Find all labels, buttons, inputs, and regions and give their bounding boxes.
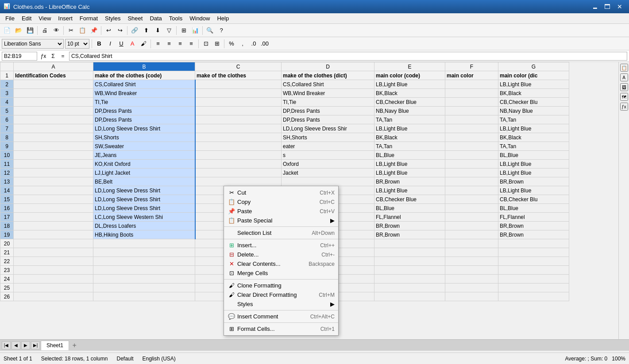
cell-e20[interactable] [374,239,445,248]
cell-d8[interactable]: SH,Shorts [282,133,374,142]
cell-f13[interactable] [445,177,498,186]
cell-d10[interactable]: s [282,151,374,160]
table-row[interactable]: 13BE,BeltBR,BrownBR,Brown [0,177,569,186]
cell-b15[interactable]: LD,Long Sleeve Dress Shirt [93,195,195,204]
cell-e2[interactable]: LB,Light Blue [374,80,445,89]
cell-g13[interactable]: BR,Brown [498,177,569,186]
cell-g15[interactable]: CB,Checker Blu [498,195,569,204]
cell-f9[interactable] [445,142,498,151]
cell-b26[interactable] [93,292,195,301]
row-header-21[interactable]: 21 [0,248,14,257]
cell-g19[interactable]: BR,Brown [498,230,569,239]
cell-f19[interactable] [445,230,498,239]
row-header-24[interactable]: 24 [0,275,14,284]
cell-d11[interactable]: Oxford [282,160,374,169]
cell-c7[interactable] [195,124,282,133]
cell-b19[interactable]: HB,Hiking Boots [93,230,195,239]
table-row[interactable]: 4TI,TieTI,TieCB,Checker BlueCB,Checker B… [0,98,569,107]
cell-b16[interactable]: LD,Long Sleeve Dress Shirt [93,204,195,213]
row-header-25[interactable]: 25 [0,284,14,292]
sheet-nav-prev[interactable]: ◀ [12,341,20,349]
ctx-clear-contents[interactable]: ✕ Clear Contents... Backspace [224,259,338,268]
highlight-button[interactable]: 🖌 [139,39,148,49]
cell-b5[interactable]: DP,Dress Pants [93,107,195,115]
cell-e15[interactable]: CB,Checker Blue [374,195,445,204]
cell-g16[interactable]: BL,Blue [498,204,569,213]
ctx-paste[interactable]: 📌 Paste Ctrl+V [224,207,338,216]
cell-c11[interactable] [195,160,282,169]
cell-b11[interactable]: KO,Knit Oxford [93,160,195,169]
sheet-nav-next[interactable]: ▶ [21,341,30,349]
table-row[interactable]: 2CS,Collared ShirtCS,Collared ShirtLB,Li… [0,80,569,89]
row-header-23[interactable]: 23 [0,266,14,275]
cell-reference-box[interactable] [2,52,37,61]
menu-window[interactable]: Window [186,14,213,23]
cell-g7[interactable]: LB,Light Blue [498,124,569,133]
cell-b24[interactable] [93,275,195,284]
col-header-c[interactable]: C [195,62,282,71]
align-left-button[interactable]: ≡ [153,39,163,49]
cell-d13[interactable] [282,177,374,186]
cell-f14[interactable] [445,186,498,195]
close-button[interactable]: ✕ [614,2,625,11]
ctx-selection-list[interactable]: Selection List Alt+Down [224,228,338,238]
sidebar-properties-btn[interactable]: 📋 [620,64,628,72]
font-size-select[interactable]: 10 pt [65,39,89,49]
row-header-20[interactable]: 20 [0,239,14,248]
font-name-select[interactable]: Liberation Sans [2,39,64,49]
cell-c2[interactable] [195,80,282,89]
cell-f16[interactable] [445,204,498,213]
copy-button[interactable]: 📋 [77,25,88,36]
print-button[interactable]: 🖨 [39,25,50,36]
cell-g3[interactable]: BK,Black [498,89,569,98]
decimal-dec-button[interactable]: .00 [260,39,270,49]
cell-g9[interactable]: TA,Tan [498,142,569,151]
cell-b12[interactable]: LJ,Light Jacket [93,169,195,177]
undo-button[interactable]: ↩ [103,25,114,36]
row-header-2[interactable]: 2 [0,80,14,89]
ctx-insert[interactable]: ⊞ Insert... Ctrl++ [224,241,338,250]
cell-f2[interactable] [445,80,498,89]
row-header-10[interactable]: 10 [0,151,14,160]
menu-sheet[interactable]: Sheet [124,14,146,23]
cell-f21[interactable] [445,248,498,257]
cell-b3[interactable]: WB,Wind Breaker [93,89,195,98]
menu-help[interactable]: Help [213,14,232,23]
cell-f23[interactable] [445,266,498,275]
cell-g25[interactable] [498,284,569,292]
thousands-button[interactable]: , [238,39,247,49]
cell-b20[interactable] [93,239,195,248]
sum-icon[interactable]: Σ [49,52,58,61]
row-header-3[interactable]: 3 [0,89,14,98]
help-button[interactable]: ? [216,25,227,36]
row-header-13[interactable]: 13 [0,177,14,186]
cell-d7[interactable]: LD,Long Sleeve Dress Shir [282,124,374,133]
ctx-delete[interactable]: ⊟ Delete... Ctrl+- [224,250,338,259]
sheet-nav-first[interactable]: |◀ [2,341,11,349]
align-center-button[interactable]: ≡ [164,39,174,49]
cell-f20[interactable] [445,239,498,248]
cell-b13[interactable]: BE,Belt [93,177,195,186]
hyperlink-button[interactable]: 🔗 [129,25,140,36]
cell-e12[interactable]: LB,Light Blue [374,169,445,177]
cell-c5[interactable] [195,107,282,115]
cell-b18[interactable]: DL,Dress Loafers [93,222,195,230]
cell-e5[interactable]: NB,Navy Blue [374,107,445,115]
ctx-clone-formatting[interactable]: 🖌 Clone Formatting [224,281,338,290]
cell-c9[interactable] [195,142,282,151]
table-row[interactable]: 11KO,Knit OxfordOxfordLB,Light BlueLB,Li… [0,160,569,169]
cell-e6[interactable]: TA,Tan [374,115,445,124]
cell-f12[interactable] [445,169,498,177]
cell-b22[interactable] [93,257,195,266]
cell-f15[interactable] [445,195,498,204]
cell-g8[interactable]: BK,Black [498,133,569,142]
cell-f25[interactable] [445,284,498,292]
table-row[interactable]: 10JE,JeanssBL,BlueBL,Blue [0,151,569,160]
cell-a23[interactable] [14,266,93,275]
cell-b21[interactable] [93,248,195,257]
cell-g11[interactable]: LB,Light Blue [498,160,569,169]
cell-a4[interactable] [14,98,93,107]
row-header-15[interactable]: 15 [0,195,14,204]
cell-c12[interactable] [195,169,282,177]
paste-button[interactable]: 📌 [89,25,99,36]
